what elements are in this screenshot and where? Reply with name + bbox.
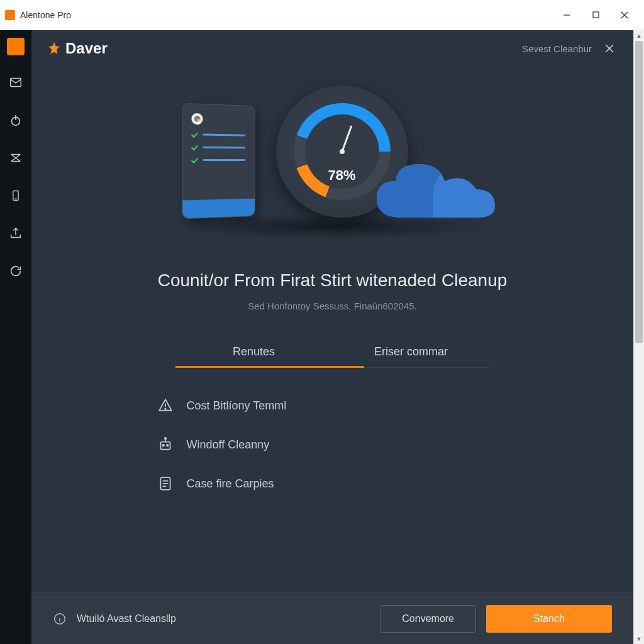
secondary-button[interactable]: Convemore <box>380 605 476 633</box>
hero-illustration: 78% <box>169 86 496 230</box>
tabs: Renutes Eriser commar <box>175 345 490 368</box>
svg-point-14 <box>162 445 164 447</box>
svg-rect-1 <box>593 12 599 18</box>
cloud-graphic <box>370 142 496 224</box>
star-icon <box>47 41 62 56</box>
upload-icon[interactable] <box>5 223 26 244</box>
svg-point-12 <box>165 409 166 410</box>
minimize-button[interactable] <box>552 3 581 28</box>
footer-bar: Wtuiló Avast Cleansllp Convemore Stanch <box>31 592 633 644</box>
scrollbar-thumb[interactable] <box>635 41 643 343</box>
button-label: Convemore <box>402 613 454 625</box>
refresh-icon[interactable] <box>5 260 26 282</box>
brand-name: Daver <box>65 40 108 57</box>
hourglass-icon[interactable] <box>5 147 26 169</box>
panel-close-icon[interactable] <box>604 43 614 53</box>
window-controls <box>552 3 639 28</box>
main-header: Daver Sevest Cleanbur <box>31 30 633 67</box>
list-item[interactable]: Cost Bitlíony Temml <box>157 397 509 414</box>
page-headline: Counit/or From Firat Stirt witenaded Cle… <box>158 270 508 291</box>
list-item-label: Windoff Cleanny <box>187 438 270 452</box>
phone-card-graphic <box>182 103 255 219</box>
window-titlebar: Alentone Pro <box>0 0 644 30</box>
button-label: Stanch <box>533 613 565 625</box>
footer-label: Wtuiló Avast Cleansllp <box>77 613 176 625</box>
tab-renutes[interactable]: Renutes <box>175 345 333 367</box>
page-subline: Sed Honfontoy Sessuss, Finaûn602045. <box>248 301 417 311</box>
tab-label: Renutes <box>233 345 275 358</box>
tab-eriser[interactable]: Eriser commar <box>333 345 490 367</box>
list-item[interactable]: Windoff Cleanny <box>157 436 509 453</box>
app-icon <box>5 10 15 20</box>
chrome-icon <box>191 113 203 125</box>
power-icon[interactable] <box>5 109 26 131</box>
mail-icon[interactable] <box>5 72 26 93</box>
cleanup-items-list: Cost Bitlíony Temml Windoff Cleanny Case… <box>157 397 509 518</box>
brand-logo: Daver <box>47 40 108 57</box>
document-icon <box>157 475 174 492</box>
list-item[interactable]: Case fire Carpies <box>157 475 509 492</box>
list-item-label: Case fire Carpies <box>187 477 274 491</box>
main-panel: Daver Sevest Cleanbur <box>31 30 633 644</box>
svg-rect-4 <box>11 79 21 87</box>
content-area: 78% Counit/or From Firat Stirt witenaded… <box>31 67 633 592</box>
header-right-label: Sevest Cleanbur <box>522 43 592 54</box>
maximize-button[interactable] <box>581 3 610 28</box>
tab-label: Eriser commar <box>374 345 448 358</box>
robot-icon <box>157 436 174 453</box>
info-icon <box>53 612 67 626</box>
window-title: Alentone Pro <box>20 10 552 20</box>
svg-point-15 <box>166 445 168 447</box>
sidebar-app-badge[interactable] <box>7 38 25 55</box>
primary-button[interactable]: Stanch <box>486 605 612 633</box>
scrollbar[interactable]: ▲ ▼ <box>633 30 644 644</box>
sidebar <box>0 30 31 644</box>
scroll-up-icon[interactable]: ▲ <box>634 30 644 41</box>
device-icon[interactable] <box>5 185 26 206</box>
close-button[interactable] <box>610 3 639 28</box>
scroll-down-icon[interactable]: ▼ <box>634 633 644 644</box>
alert-icon <box>157 397 174 414</box>
list-item-label: Cost Bitlíony Temml <box>187 399 287 413</box>
